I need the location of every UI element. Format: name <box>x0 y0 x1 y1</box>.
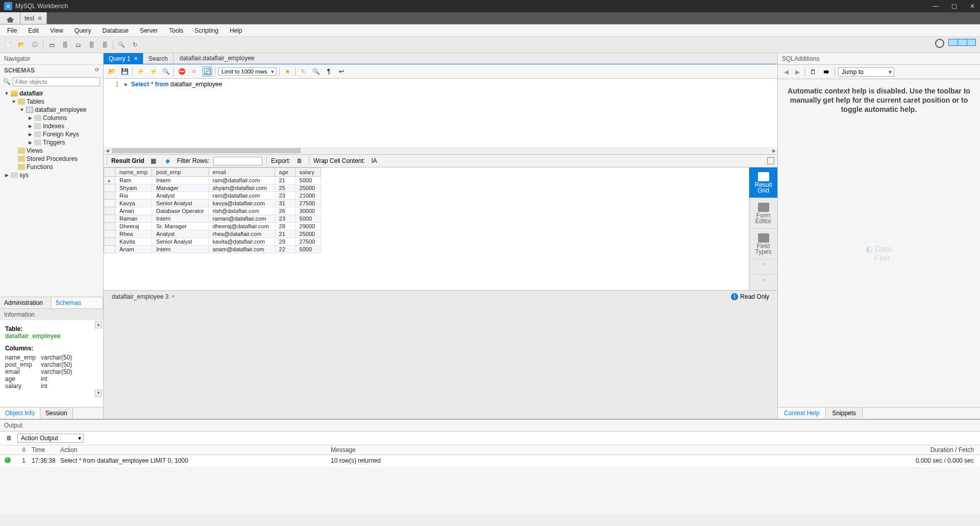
execute-icon[interactable]: ⚡ <box>135 66 145 77</box>
commit-icon[interactable]: ⭘ <box>189 66 200 77</box>
open-sql-icon[interactable]: 📂 <box>16 40 27 50</box>
tree-tables[interactable]: ▼Tables <box>1 98 102 106</box>
invisible-icon[interactable]: ¶ <box>324 66 334 77</box>
tab-context-help[interactable]: Context Help <box>778 408 826 419</box>
menu-edit[interactable]: Edit <box>28 27 39 34</box>
tab-object-info[interactable]: Object Info <box>0 408 40 419</box>
home-tab[interactable] <box>0 12 20 24</box>
find-icon[interactable]: 🔍 <box>311 66 321 77</box>
result-grid-button[interactable]: Result Grid <box>749 168 777 198</box>
table-row[interactable]: AnamInternanam@dataflair.com225000 <box>104 246 321 253</box>
output-row[interactable]: 1 17:36:38 Select * from dataflair_emplo… <box>0 455 980 467</box>
scroll-down-icon[interactable]: ▼ <box>95 390 102 397</box>
tree-columns[interactable]: ▶Columns <box>1 114 102 122</box>
table-row[interactable]: DheerajSr. Managerdheeraj@dataflair.com2… <box>104 223 321 230</box>
export-icon[interactable]: 🗎 <box>295 156 305 166</box>
minimize-button[interactable]: — <box>932 3 939 10</box>
editor-hscrollbar[interactable]: ◀▶ <box>104 147 777 154</box>
query-tab-search[interactable]: Search <box>143 53 174 64</box>
result-up-icon[interactable]: ˄ <box>749 259 777 275</box>
brush-icon[interactable]: ✎ <box>298 66 308 77</box>
create-schema-icon[interactable]: 🗃 <box>46 40 57 50</box>
open-file-icon[interactable]: 📂 <box>107 66 117 77</box>
wrap-cell-icon[interactable]: IA <box>369 156 379 166</box>
table-row[interactable]: RamanInternraman@dataflair.com235000 <box>104 215 321 223</box>
menu-scripting[interactable]: Scripting <box>194 27 218 34</box>
tree-functions[interactable]: Functions <box>1 163 102 171</box>
jump-to-select[interactable]: Jump to <box>838 67 894 77</box>
close-icon[interactable]: ✕ <box>134 56 138 61</box>
table-row[interactable]: KavyaSenior Analystkavya@dataflair.com31… <box>104 200 321 207</box>
grid-icon[interactable]: ▦ <box>149 156 159 166</box>
toggle-right-panel[interactable] <box>967 39 976 46</box>
table-row[interactable]: RiaAnalystram@dataflair.com2321000 <box>104 192 321 200</box>
auto-help-icon[interactable]: 🡆 <box>821 67 831 77</box>
maximize-result-icon[interactable] <box>767 157 774 164</box>
wrap-icon[interactable]: ↩ <box>336 66 347 77</box>
table-row[interactable]: ShyamManagershyam@dataflair.com2525000 <box>104 184 321 192</box>
inspector-icon[interactable]: ⓘ <box>30 40 40 50</box>
tree-foreign-keys[interactable]: ▶Foreign Keys <box>1 130 102 138</box>
menu-server[interactable]: Server <box>140 27 158 34</box>
search-table-icon[interactable]: 🔍 <box>116 40 127 50</box>
explain-icon[interactable]: 🔍 <box>161 66 171 77</box>
form-editor-button[interactable]: Form Editor <box>749 198 777 229</box>
create-view-icon[interactable]: 🗂 <box>73 40 83 50</box>
nav-back-icon[interactable]: ◀ <box>782 68 790 76</box>
sql-editor[interactable]: 1 ● Select * from dataflair_employee ◀▶ <box>104 79 777 154</box>
query-tab-1[interactable]: Query 1✕ <box>104 53 143 64</box>
tab-schemas[interactable]: Schemas <box>52 297 103 308</box>
menu-view[interactable]: View <box>50 27 63 34</box>
output-type-icon[interactable]: 🗎 <box>4 433 14 443</box>
table-row[interactable]: KavitaSenior Analystkavita@dataflair.com… <box>104 238 321 246</box>
tab-administration[interactable]: Administration <box>0 297 52 308</box>
nav-forward-icon[interactable]: ▶ <box>793 68 801 76</box>
close-icon[interactable]: ✕ <box>171 294 175 299</box>
result-down-icon[interactable]: ˅ <box>749 275 777 290</box>
close-button[interactable]: ✕ <box>969 3 976 10</box>
output-selector[interactable]: Action Output <box>17 434 84 443</box>
gear-icon[interactable] <box>935 39 944 48</box>
toggle-bottom-panel[interactable] <box>958 39 967 46</box>
table-row[interactable]: RheaAnalystrhea@dataflair.com2125000 <box>104 230 321 238</box>
menu-query[interactable]: Query <box>75 27 91 34</box>
filter-input[interactable] <box>13 77 100 86</box>
scroll-up-icon[interactable]: ▲ <box>95 321 102 328</box>
beautify-icon[interactable]: ★ <box>282 66 292 77</box>
table-row[interactable]: RamInternram@dataflair.com215000 <box>104 177 321 184</box>
maximize-button[interactable]: ▢ <box>950 3 958 10</box>
data-grid[interactable]: name_emppost_empemailagesalaryRamInternr… <box>104 168 749 290</box>
limit-select[interactable]: Limit to 1000 rows <box>218 67 277 76</box>
autocommit-icon[interactable]: 🔄 <box>202 66 212 77</box>
reconnect-icon[interactable]: ↻ <box>130 40 140 50</box>
menu-database[interactable]: Database <box>103 27 129 34</box>
connection-tab-test[interactable]: test ✕ <box>20 12 47 24</box>
refresh-icon[interactable]: ⟳ <box>95 67 99 74</box>
execute-current-icon[interactable]: ⚡ <box>148 66 158 77</box>
tree-db-dataflair[interactable]: ▼dataflair <box>1 89 102 98</box>
menu-file[interactable]: File <box>7 27 17 34</box>
save-file-icon[interactable]: 💾 <box>119 66 130 77</box>
tree-indexes[interactable]: ▶Indexes <box>1 122 102 130</box>
new-sql-tab-icon[interactable]: 📄 <box>3 40 13 50</box>
create-fn-icon[interactable]: 🗄 <box>100 40 110 50</box>
toggle-left-panel[interactable] <box>948 39 958 46</box>
create-table-icon[interactable]: 🗄 <box>60 40 70 50</box>
tab-snippets[interactable]: Snippets <box>826 408 863 419</box>
help-mode-icon[interactable]: 🗒 <box>808 67 818 77</box>
tree-db-sys[interactable]: ▶sys <box>1 171 102 179</box>
stop-icon[interactable]: ⛔ <box>177 66 187 77</box>
tree-stored-procedures[interactable]: Stored Procedures <box>1 155 102 163</box>
tree-views[interactable]: Views <box>1 147 102 155</box>
create-sp-icon[interactable]: 🗄 <box>86 40 96 50</box>
close-icon[interactable]: ✕ <box>37 15 42 22</box>
schema-tree[interactable]: ▼dataflair ▼Tables ▼dataflair_employee ▶… <box>0 87 103 297</box>
table-row[interactable]: AmanDatabase Operatorrish@dataflair.com2… <box>104 207 321 215</box>
filter-rows-input[interactable] <box>213 157 262 165</box>
tab-session[interactable]: Session <box>40 408 73 419</box>
menu-help[interactable]: Help <box>230 27 242 34</box>
result-tab[interactable]: dataflair_employee 3✕ <box>112 293 175 300</box>
tree-triggers[interactable]: ▶Triggers <box>1 138 102 147</box>
field-types-button[interactable]: Field Types <box>749 229 777 259</box>
menu-tools[interactable]: Tools <box>169 27 183 34</box>
